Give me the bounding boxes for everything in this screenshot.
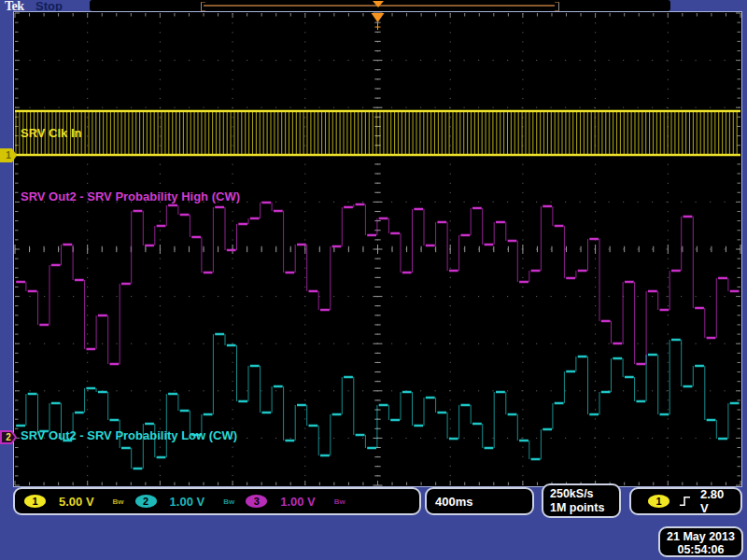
- rising-edge-icon: [679, 495, 691, 508]
- channel2-marker-label: 2: [6, 432, 11, 442]
- trigger-level: 2.80 V: [700, 487, 732, 515]
- record-length: 1M points: [550, 501, 613, 515]
- timebase-value: 400ms: [435, 495, 472, 509]
- date-value: 21 May 2013: [665, 530, 737, 543]
- trace-label-clk-in: SRV Clk In: [21, 126, 82, 140]
- channel3-bandwidth-icon: Bw: [334, 497, 345, 506]
- trigger-readout-box[interactable]: 1 2.80 V: [629, 487, 742, 515]
- record-view-right-bracket: [555, 2, 559, 11]
- time-value: 05:54:06: [665, 543, 737, 556]
- channel2-badge[interactable]: 2: [135, 495, 157, 508]
- channel2-scale: 1.00 V: [170, 495, 205, 509]
- record-view-trigger-marker-icon[interactable]: [373, 1, 384, 7]
- channel1-badge[interactable]: 1: [24, 495, 46, 508]
- timebase-readout-box[interactable]: 400ms: [425, 487, 534, 515]
- channel2-bandwidth-icon: Bw: [223, 497, 234, 506]
- channel1-marker-label: 1: [6, 150, 11, 161]
- trigger-source-badge: 1: [648, 495, 669, 508]
- sample-rate: 250kS/s: [550, 487, 613, 501]
- acquisition-readout-box[interactable]: 250kS/s 1M points: [542, 483, 621, 518]
- graticule: [13, 11, 742, 487]
- channel3-badge[interactable]: 3: [246, 495, 267, 508]
- record-view-bar: [90, 0, 670, 11]
- channel3-scale: 1.00 V: [280, 495, 316, 509]
- record-view-left-bracket: [201, 2, 205, 11]
- channel1-scale: 5.00 V: [59, 495, 94, 509]
- channel-scale-readout-box[interactable]: 1 5.00 V Bw 2 1.00 V Bw 3 1.00 V Bw: [13, 487, 421, 515]
- channel1-bandwidth-icon: Bw: [113, 497, 124, 506]
- trace-label-probability-high: SRV Out2 - SRV Probability High (CW): [21, 189, 240, 203]
- datetime-box: 21 May 2013 05:54:06: [658, 526, 743, 557]
- trace-label-probability-low: SRV Out2 - SRV Probability Low (CW): [21, 428, 237, 442]
- oscilloscope-screen: Tek Stop 1 2 SRV Clk In SRV Out2 - SRV P…: [0, 0, 747, 560]
